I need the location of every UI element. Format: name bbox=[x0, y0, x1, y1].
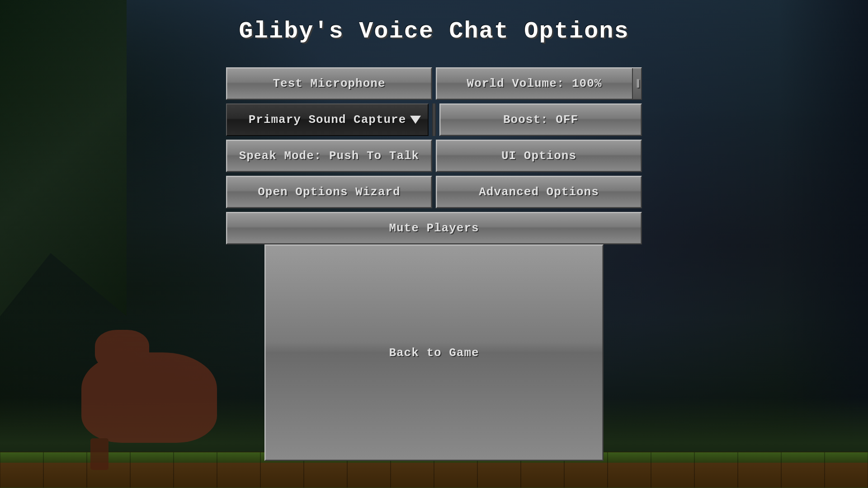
world-volume-label: World Volume: 100% bbox=[437, 77, 632, 90]
back-to-game-button[interactable]: Back to Game bbox=[264, 244, 604, 461]
speak-mode-button[interactable]: Speak Mode: Push To Talk bbox=[226, 140, 432, 172]
boost-button[interactable]: Boost: OFF bbox=[439, 103, 642, 136]
test-microphone-button[interactable]: Test Microphone bbox=[226, 67, 432, 100]
volume-slider-handle[interactable]: ▐ bbox=[632, 68, 641, 99]
dropdown-arrow-icon bbox=[410, 116, 421, 124]
ui-options-button[interactable]: UI Options bbox=[436, 140, 642, 172]
row-3: Speak Mode: Push To Talk UI Options bbox=[226, 140, 642, 172]
world-volume-button[interactable]: World Volume: 100% ▐ bbox=[436, 67, 642, 100]
open-options-wizard-button[interactable]: Open Options Wizard bbox=[226, 176, 432, 208]
page-title: Gliby's Voice Chat Options bbox=[239, 18, 629, 45]
options-grid: Test Microphone World Volume: 100% ▐ Pri… bbox=[226, 67, 642, 244]
row-2: Primary Sound Capture Boost: OFF bbox=[226, 103, 642, 136]
advanced-options-button[interactable]: Advanced Options bbox=[436, 176, 642, 208]
primary-sound-capture-label: Primary Sound Capture bbox=[249, 113, 406, 127]
row-1: Test Microphone World Volume: 100% ▐ bbox=[226, 67, 642, 100]
row-5: Mute Players bbox=[226, 212, 642, 244]
mute-players-button[interactable]: Mute Players bbox=[226, 212, 642, 244]
row-4: Open Options Wizard Advanced Options bbox=[226, 176, 642, 208]
main-content: Gliby's Voice Chat Options Test Micropho… bbox=[0, 0, 868, 488]
primary-sound-capture-button[interactable]: Primary Sound Capture bbox=[226, 103, 429, 136]
vertical-divider bbox=[432, 103, 436, 136]
